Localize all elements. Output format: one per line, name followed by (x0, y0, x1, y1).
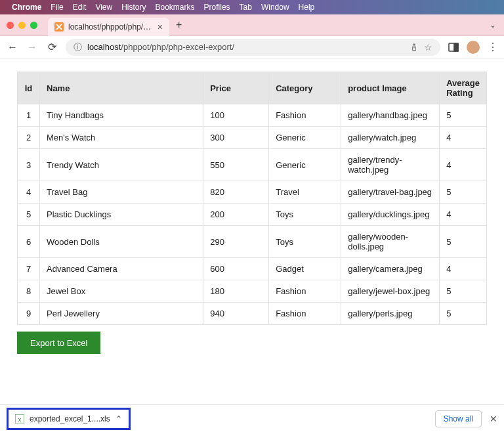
menu-tab[interactable]: Tab (240, 3, 252, 12)
menu-view[interactable]: View (95, 3, 112, 12)
menu-bookmarks[interactable]: Bookmarks (156, 3, 195, 12)
tab-title: localhost/phppot/php/php-exc (68, 22, 153, 32)
cell-id: 2 (18, 127, 40, 149)
table-row: 4Travel Bag820Travelgallery/travel-bag.j… (18, 181, 487, 204)
profile-avatar[interactable] (467, 41, 480, 54)
cell-id: 6 (18, 226, 40, 258)
cell-price: 200 (203, 204, 269, 226)
site-info-icon[interactable]: ⓘ (74, 41, 82, 53)
sidepanel-icon[interactable] (448, 43, 459, 52)
cell-rating: 5 (440, 181, 487, 204)
cell-category: Gadget (269, 258, 341, 280)
table-row: 3Trendy Watch550Genericgallery/trendy-wa… (18, 149, 487, 181)
tab-close-icon[interactable]: × (158, 22, 163, 32)
cell-price: 290 (203, 226, 269, 258)
cell-name: Men's Watch (40, 127, 203, 149)
macos-menubar: Chrome File Edit View History Bookmarks … (0, 0, 504, 14)
browser-tab[interactable]: localhost/phppot/php/php-exc × (48, 18, 169, 36)
th-price: Price (203, 72, 269, 104)
download-menu-chevron-icon[interactable]: ⌃ (116, 414, 122, 423)
th-name: Name (40, 72, 203, 104)
chrome-menu-button[interactable]: ⋮ (488, 41, 497, 53)
url-text: localhost/phppot/php/php-excel-export/ (87, 42, 404, 52)
menu-edit[interactable]: Edit (73, 3, 87, 12)
table-row: 1Tiny Handbags100Fashiongallery/handbag.… (18, 104, 487, 127)
cell-id: 4 (18, 181, 40, 204)
th-image: product Image (341, 72, 440, 104)
cell-category: Fashion (269, 104, 341, 127)
cell-price: 300 (203, 127, 269, 149)
expand-tabs-icon[interactable]: ⌄ (490, 20, 496, 30)
export-to-excel-button[interactable]: Export to Excel (17, 332, 100, 354)
cell-id: 3 (18, 149, 40, 181)
svg-text:x: x (18, 416, 22, 423)
window-close-button[interactable] (7, 22, 14, 29)
download-item[interactable]: x exported_excel_1....xls ⌃ (7, 408, 131, 430)
cell-rating: 5 (440, 226, 487, 258)
cell-image: gallery/trendy-watch.jpeg (341, 149, 440, 181)
cell-id: 5 (18, 204, 40, 226)
cell-name: Wooden Dolls (40, 226, 203, 258)
address-bar[interactable]: ⓘ localhost/phppot/php/php-excel-export/… (66, 39, 440, 56)
table-row: 5Plastic Ducklings200Toysgallery/ducklin… (18, 204, 487, 226)
menu-history[interactable]: History (121, 3, 146, 12)
close-download-shelf-icon[interactable]: ✕ (490, 414, 497, 424)
browser-toolbar: ← → ⟳ ⓘ localhost/phppot/php/php-excel-e… (0, 36, 504, 58)
cell-rating: 4 (440, 127, 487, 149)
cell-category: Toys (269, 204, 341, 226)
cell-price: 550 (203, 149, 269, 181)
cell-id: 1 (18, 104, 40, 127)
cell-rating: 5 (440, 104, 487, 127)
cell-rating: 4 (440, 149, 487, 181)
table-header-row: Id Name Price Category product Image Ave… (18, 72, 487, 104)
reload-button[interactable]: ⟳ (46, 41, 58, 53)
menu-window[interactable]: Window (261, 3, 289, 12)
window-zoom-button[interactable] (30, 22, 37, 29)
cell-image: gallery/handbag.jpeg (341, 104, 440, 127)
tab-strip: localhost/phppot/php/php-exc × + ⌄ (0, 14, 504, 36)
cell-id: 9 (18, 303, 40, 325)
cell-image: gallery/watch.jpeg (341, 127, 440, 149)
menu-app[interactable]: Chrome (12, 3, 41, 12)
page-content: Id Name Price Category product Image Ave… (0, 58, 504, 354)
menu-help[interactable]: Help (299, 3, 315, 12)
cell-rating: 4 (440, 204, 487, 226)
share-icon[interactable] (410, 43, 419, 52)
cell-category: Travel (269, 181, 341, 204)
window-controls (7, 22, 37, 29)
cell-price: 940 (203, 303, 269, 325)
cell-image: gallery/camera.jpeg (341, 258, 440, 280)
window-minimize-button[interactable] (18, 22, 26, 29)
cell-image: gallery/perls.jpeg (341, 303, 440, 325)
cell-name: Advanced Camera (40, 258, 203, 280)
cell-image: gallery/travel-bag.jpeg (341, 181, 440, 204)
show-all-downloads-button[interactable]: Show all (435, 410, 482, 427)
products-table: Id Name Price Category product Image Ave… (17, 72, 487, 325)
cell-image: gallery/wooden-dolls.jpeg (341, 226, 440, 258)
cell-category: Fashion (269, 303, 341, 325)
menu-profiles[interactable]: Profiles (204, 3, 230, 12)
cell-image: gallery/ducklings.jpeg (341, 204, 440, 226)
new-tab-button[interactable]: + (176, 19, 182, 31)
cell-price: 100 (203, 104, 269, 127)
bookmark-star-icon[interactable]: ☆ (424, 42, 432, 53)
cell-id: 7 (18, 258, 40, 280)
xls-file-icon: x (15, 414, 24, 423)
cell-name: Travel Bag (40, 181, 203, 204)
menu-file[interactable]: File (51, 3, 63, 12)
cell-name: Plastic Ducklings (40, 204, 203, 226)
download-filename: exported_excel_1....xls (30, 414, 110, 423)
cell-price: 820 (203, 181, 269, 204)
cell-price: 600 (203, 258, 269, 280)
back-button[interactable]: ← (7, 41, 18, 53)
forward-button[interactable]: → (26, 41, 38, 53)
table-row: 8Jewel Box180Fashiongallery/jewel-box.jp… (18, 280, 487, 303)
cell-rating: 5 (440, 303, 487, 325)
table-row: 6Wooden Dolls290Toysgallery/wooden-dolls… (18, 226, 487, 258)
cell-rating: 4 (440, 258, 487, 280)
cell-category: Generic (269, 127, 341, 149)
cell-category: Fashion (269, 280, 341, 303)
cell-price: 180 (203, 280, 269, 303)
cell-name: Trendy Watch (40, 149, 203, 181)
cell-id: 8 (18, 280, 40, 303)
